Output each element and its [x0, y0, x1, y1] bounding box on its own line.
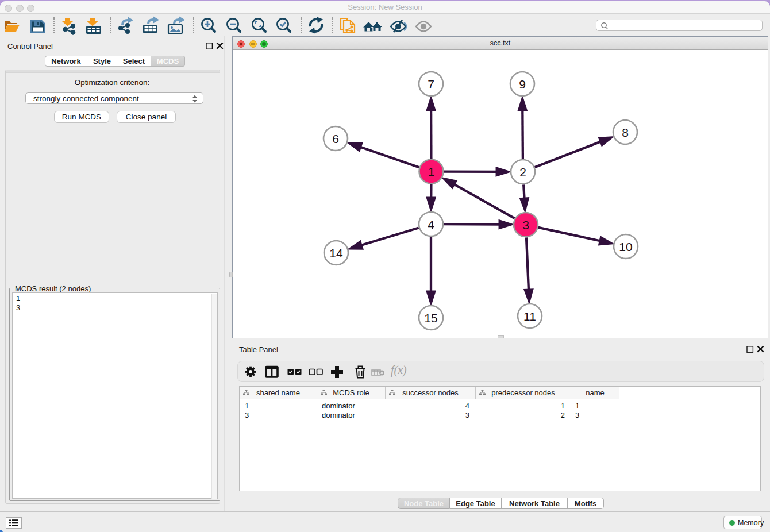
- svg-text:3: 3: [522, 218, 529, 232]
- svg-text:11: 11: [523, 310, 536, 323]
- svg-text:4: 4: [428, 218, 434, 231]
- svg-text:6: 6: [332, 132, 339, 145]
- svg-text:9: 9: [519, 78, 526, 91]
- svg-text:7: 7: [428, 78, 434, 91]
- svg-text:15: 15: [424, 311, 437, 325]
- svg-text:8: 8: [622, 126, 629, 139]
- svg-text:14: 14: [329, 246, 343, 260]
- svg-text:2: 2: [519, 165, 526, 179]
- svg-text:1: 1: [428, 165, 435, 178]
- svg-text:10: 10: [619, 240, 632, 253]
